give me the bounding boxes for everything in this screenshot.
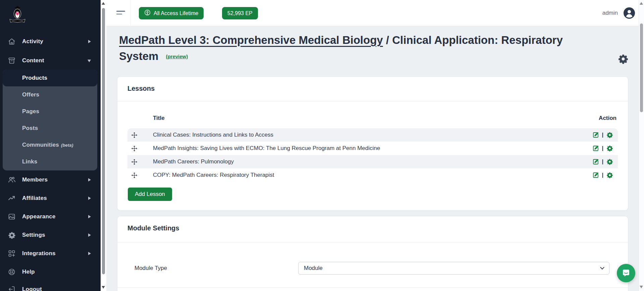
admin-app: Activity Content Products Offers Pages P… <box>0 0 644 291</box>
submenu-item-products[interactable]: Products <box>3 70 97 86</box>
add-lesson-button[interactable]: Add Lesson <box>128 188 172 201</box>
sidebar-scrollbar-thumb[interactable] <box>102 8 105 274</box>
sidebar-item-label: Help <box>22 269 35 275</box>
chevron-right-icon <box>88 215 91 218</box>
main-scrollbar-thumb[interactable] <box>640 23 643 112</box>
page-title: MedPath Level 3: Comprehensive Medical B… <box>119 32 612 66</box>
move-icon[interactable] <box>131 159 138 165</box>
chevron-right-icon <box>88 178 91 181</box>
action-separator: | <box>602 132 603 138</box>
submenu-item-label: Posts <box>22 125 38 132</box>
all-access-badge[interactable]: All Access Lifetime <box>139 7 204 19</box>
action-separator: | <box>602 159 603 165</box>
edit-icon[interactable] <box>592 158 599 165</box>
scroll-down-arrow[interactable] <box>640 286 643 288</box>
submenu-item-pages[interactable]: Pages <box>3 103 97 120</box>
lifebuoy-icon <box>7 268 16 276</box>
row-settings-gear-icon[interactable] <box>606 158 613 165</box>
row-actions: | <box>592 158 613 165</box>
sidebar-item-appearance[interactable]: Appearance <box>0 209 101 224</box>
edit-icon[interactable] <box>592 132 599 138</box>
image-icon <box>7 212 16 221</box>
penguin-mascot-icon <box>6 5 28 26</box>
topbar-divider <box>130 0 131 26</box>
row-settings-gear-icon[interactable] <box>606 132 613 138</box>
submenu-item-offers[interactable]: Offers <box>3 86 97 103</box>
module-settings-heading: Module Settings <box>117 216 628 232</box>
module-type-select[interactable]: Module <box>298 262 609 275</box>
sidebar-item-members[interactable]: Members <box>0 172 101 187</box>
home-icon <box>7 37 16 46</box>
sidebar-item-help[interactable]: Help <box>0 265 101 279</box>
submenu-item-label: Pages <box>22 108 39 115</box>
sidebar-scrollbar[interactable] <box>101 0 106 291</box>
submenu-item-label: Links <box>22 158 37 165</box>
school-logo[interactable] <box>6 5 28 27</box>
sidebar-item-integrations[interactable]: Integrations <box>0 246 101 261</box>
submenu-item-label: Products <box>22 75 47 81</box>
sidebar-item-settings[interactable]: Settings <box>0 228 101 242</box>
sidebar-item-label: Settings <box>22 232 45 238</box>
edit-icon[interactable] <box>592 172 599 178</box>
chat-launcher-button[interactable] <box>617 264 635 282</box>
table-row: MedPath Insights: Saving Lives with ECMO… <box>127 142 618 155</box>
gear-icon <box>7 231 16 239</box>
page-settings-gear-icon[interactable] <box>618 54 629 64</box>
sidebar-item-logout[interactable]: Logout <box>0 282 101 291</box>
lesson-title: Clinical Cases: Instructions and Links t… <box>153 132 273 138</box>
edit-icon[interactable] <box>592 145 599 152</box>
topbar: All Access Lifetime 52,993 EP admin <box>106 0 639 26</box>
scroll-up-arrow[interactable] <box>640 2 643 5</box>
table-row: Clinical Cases: Instructions and Links t… <box>127 128 618 142</box>
chevron-down-icon <box>600 265 604 270</box>
move-icon[interactable] <box>131 172 138 178</box>
row-actions: | <box>592 145 613 152</box>
lesson-title: MedPath Careers: Pulmonology <box>153 158 234 165</box>
sidebar-item-activity[interactable]: Activity <box>0 34 101 49</box>
main-scrollbar[interactable] <box>639 0 644 291</box>
avatar[interactable] <box>623 7 635 19</box>
product-title-link[interactable]: MedPath Level 3: Comprehensive Medical B… <box>119 34 383 46</box>
username-label: admin <box>602 10 618 16</box>
scroll-down-arrow[interactable] <box>102 286 105 289</box>
column-header-title: Title <box>153 115 165 122</box>
grid-plus-icon <box>7 249 16 258</box>
content-submenu: Products Offers Pages Posts Communities(… <box>3 70 97 170</box>
beta-badge: (beta) <box>61 143 73 148</box>
lessons-heading: Lessons <box>117 77 628 92</box>
sidebar-item-content[interactable]: Content <box>0 53 101 68</box>
module-type-row: Module Type Module <box>117 262 628 275</box>
divider <box>117 242 628 242</box>
ep-badge-label: 52,993 EP <box>227 10 253 16</box>
logout-icon <box>7 285 16 291</box>
module-settings-card: Module Settings Module Type Module <box>117 216 628 291</box>
lessons-table-header: Title Action <box>127 115 618 122</box>
module-type-label: Module Type <box>135 265 298 272</box>
move-icon[interactable] <box>131 145 138 152</box>
lessons-card: Lessons Title Action Clinical Cases: Ins… <box>117 76 628 211</box>
preview-link[interactable]: (preview) <box>166 54 188 59</box>
submenu-item-communities[interactable]: Communities(beta) <box>3 137 97 153</box>
table-row: MedPath Careers: Pulmonology | <box>127 155 618 168</box>
row-settings-gear-icon[interactable] <box>606 172 613 178</box>
action-separator: | <box>602 172 603 178</box>
menu-toggle-icon[interactable] <box>116 11 125 15</box>
all-access-badge-label: All Access Lifetime <box>154 10 198 16</box>
row-actions: | <box>592 172 613 178</box>
submenu-item-posts[interactable]: Posts <box>3 120 97 137</box>
sidebar-item-label: Activity <box>22 38 43 45</box>
sidebar-item-affiliates[interactable]: Affiliates <box>0 191 101 206</box>
submenu-item-links[interactable]: Links <box>3 153 97 170</box>
chat-bubble-icon <box>622 269 631 278</box>
scroll-up-arrow[interactable] <box>102 2 105 5</box>
action-separator: | <box>602 145 603 151</box>
submenu-item-label: Offers <box>22 91 39 98</box>
move-icon[interactable] <box>131 132 138 138</box>
sidebar-item-label: Integrations <box>22 250 56 257</box>
row-settings-gear-icon[interactable] <box>606 145 613 152</box>
sidebar-item-label: Content <box>22 57 44 64</box>
column-header-action: Action <box>599 115 616 122</box>
lesson-title: MedPath Insights: Saving Lives with ECMO… <box>153 145 380 152</box>
ep-points-badge[interactable]: 52,993 EP <box>222 7 258 19</box>
lesson-title: COPY: MedPath Careers: Respiratory Thera… <box>153 172 274 178</box>
